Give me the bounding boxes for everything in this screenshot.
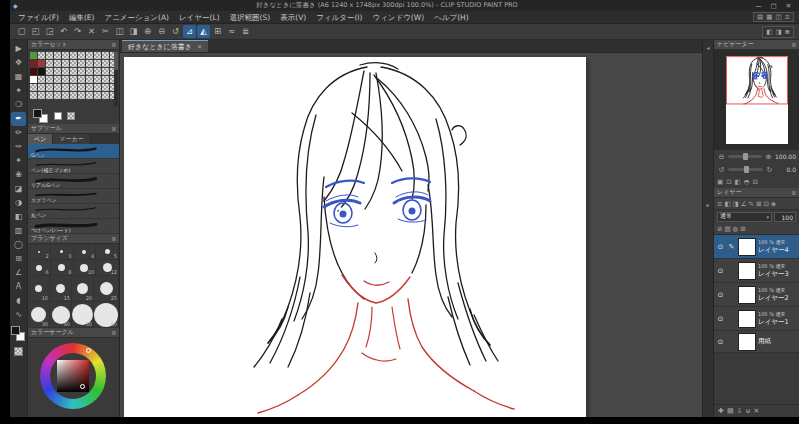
snap-grid-icon[interactable]: ⊞ <box>211 25 224 38</box>
gradient-tool[interactable]: ▥ <box>11 224 26 238</box>
color-swatch[interactable] <box>54 60 61 67</box>
color-swatch[interactable] <box>78 60 85 67</box>
subtool-item[interactable]: つけペン(ハード) <box>28 219 119 234</box>
subtool-item[interactable]: ペン(補正ゴツめ) <box>28 159 119 174</box>
set-stencil-icon[interactable]: ⊞ <box>740 225 745 233</box>
layer-row-paper[interactable]: ⊙ 用紙 <box>714 331 799 353</box>
subtool-item[interactable]: 丸ペン <box>28 204 119 219</box>
subtool-item[interactable]: カブラペン <box>28 189 119 204</box>
transfer-layer-icon[interactable]: ⇩ <box>737 407 743 415</box>
undo-icon[interactable]: ↶ <box>57 25 70 38</box>
layer-row[interactable]: ⊙ 100 % 通常 レイヤー3 <box>714 259 799 283</box>
panel-menu-icon[interactable]: ≣ <box>111 42 116 48</box>
workspace-icon-4[interactable]: ≡ <box>785 13 790 21</box>
maximize-button[interactable]: ▢ <box>766 2 781 10</box>
layer-reference-icon[interactable]: ◈ <box>771 200 776 208</box>
color-swatch[interactable] <box>86 52 93 59</box>
color-swatch[interactable] <box>62 52 69 59</box>
navigator-thumbnail[interactable] <box>726 56 788 144</box>
eyedropper-tool[interactable]: ❍ <box>11 98 26 112</box>
main-color-swatch[interactable] <box>33 109 42 118</box>
color-swatch[interactable] <box>46 76 53 83</box>
color-swatch[interactable] <box>94 60 101 67</box>
rotate-cw-icon[interactable]: ↻ <box>765 166 774 174</box>
layer-thumbnail[interactable] <box>738 310 756 328</box>
layer-row[interactable]: ⊙ 100 % 通常 レイヤー2 <box>714 283 799 307</box>
workspace-icon-1[interactable]: ▤ <box>757 13 763 21</box>
color-swatch[interactable] <box>102 68 109 75</box>
layer-visibility-icon[interactable]: ⊙ <box>716 338 725 346</box>
layer-row[interactable]: ⊙ 100 % 通常 レイヤー1 <box>714 307 799 331</box>
save-icon[interactable]: ◲ <box>43 25 56 38</box>
color-swatch[interactable] <box>70 84 77 91</box>
color-swatch[interactable] <box>70 68 77 75</box>
brush-size-30[interactable]: 30 <box>28 302 50 328</box>
layer-blend-icon[interactable]: ◧ <box>724 200 730 208</box>
snap-special-ruler-icon[interactable]: ◭ <box>197 25 210 38</box>
color-swatch[interactable] <box>70 52 77 59</box>
color-swatch[interactable] <box>86 60 93 67</box>
balloon-tool[interactable]: ◖ <box>11 294 26 308</box>
redo-icon[interactable]: ↷ <box>71 25 84 38</box>
color-swatch[interactable] <box>54 92 61 99</box>
layer-visibility-icon[interactable]: ⊙ <box>716 267 725 275</box>
zoom-in-icon[interactable]: ⊕ <box>764 153 773 161</box>
color-swatch[interactable] <box>78 84 85 91</box>
main-sub-color-pair[interactable] <box>33 109 49 123</box>
blend-tool[interactable]: ◑ <box>11 196 26 210</box>
color-swatch[interactable] <box>94 52 101 59</box>
brush-size-15[interactable]: 15 <box>50 276 72 302</box>
color-swatch[interactable] <box>54 84 61 91</box>
hue-marker[interactable] <box>86 348 91 353</box>
color-swatch[interactable] <box>94 92 101 99</box>
collapse-left-panel-icon[interactable]: ◂ <box>706 44 709 51</box>
layer-name[interactable]: 用紙 <box>758 337 771 345</box>
brush-size-20[interactable]: 20 <box>72 276 94 302</box>
delete-layer-icon[interactable]: ✕ <box>754 407 760 415</box>
foreground-background-colors[interactable] <box>11 326 26 344</box>
snap-ruler-icon[interactable]: ⊿ <box>183 25 196 38</box>
panel-menu-icon[interactable]: ≣ <box>111 330 116 336</box>
layer-thumbnail[interactable] <box>738 238 756 256</box>
workspace-icon-3[interactable]: ◫ <box>775 13 781 21</box>
tab-close-icon[interactable]: ✕ <box>197 43 202 50</box>
brush-size-12[interactable]: 12 <box>96 260 119 276</box>
copy-icon[interactable]: ◫ <box>113 25 126 38</box>
panel-toggle-icon-1[interactable]: ◧ <box>766 28 772 36</box>
ruler-tool[interactable]: ∠ <box>11 266 26 280</box>
eraser-tool[interactable]: ◪ <box>11 182 26 196</box>
lock-layer-icon[interactable]: ⊘ <box>717 225 722 233</box>
pen-tool[interactable]: ✒ <box>11 112 26 126</box>
new-folder-icon[interactable]: ▤ <box>727 407 734 415</box>
brush-size-2[interactable]: 2 <box>28 244 51 260</box>
layer-row[interactable]: ⊙ ✎ 100 % 通常 レイヤー4 <box>714 235 799 259</box>
color-swatch[interactable] <box>94 76 101 83</box>
brush-size-4[interactable]: 4 <box>74 244 97 260</box>
color-swatch[interactable] <box>62 68 69 75</box>
decoration-tool[interactable]: ❀ <box>11 168 26 182</box>
scrollbar-thumb[interactable] <box>114 52 118 70</box>
cut-icon[interactable]: ✂ <box>99 25 112 38</box>
color-swatch[interactable] <box>78 92 85 99</box>
color-swatch[interactable] <box>38 84 45 91</box>
paper-layer-thumbnail[interactable] <box>738 333 756 351</box>
layer-mask-icon[interactable]: ◍ <box>733 225 739 233</box>
color-swatch[interactable] <box>62 92 69 99</box>
airbrush-tool[interactable]: ✴ <box>11 154 26 168</box>
color-swatch[interactable] <box>30 68 37 75</box>
zoom-slider-knob[interactable] <box>743 153 748 160</box>
operation-tool[interactable]: ▶ <box>11 42 26 56</box>
menu-window[interactable]: ウィンドウ(W) <box>367 11 429 24</box>
rotate-slider-knob[interactable] <box>744 166 749 173</box>
brush-size-3[interactable]: 3 <box>51 244 74 260</box>
layer-ruler-icon[interactable]: ∠ <box>741 200 747 208</box>
palette-settings-icon[interactable]: ≣ <box>239 25 252 38</box>
flip-horizontal-icon[interactable]: ◧ <box>735 178 741 186</box>
menu-help[interactable]: ヘルプ(H) <box>429 11 474 24</box>
reset-view-icon[interactable]: ⊟ <box>752 178 757 186</box>
color-swatch[interactable] <box>94 84 101 91</box>
brush-size-25[interactable]: 25 <box>94 276 119 302</box>
brush-size-10[interactable]: 10 <box>74 260 97 276</box>
figure-tool[interactable]: ◯ <box>11 238 26 252</box>
rotate-reset-icon[interactable]: ↺ <box>169 25 182 38</box>
